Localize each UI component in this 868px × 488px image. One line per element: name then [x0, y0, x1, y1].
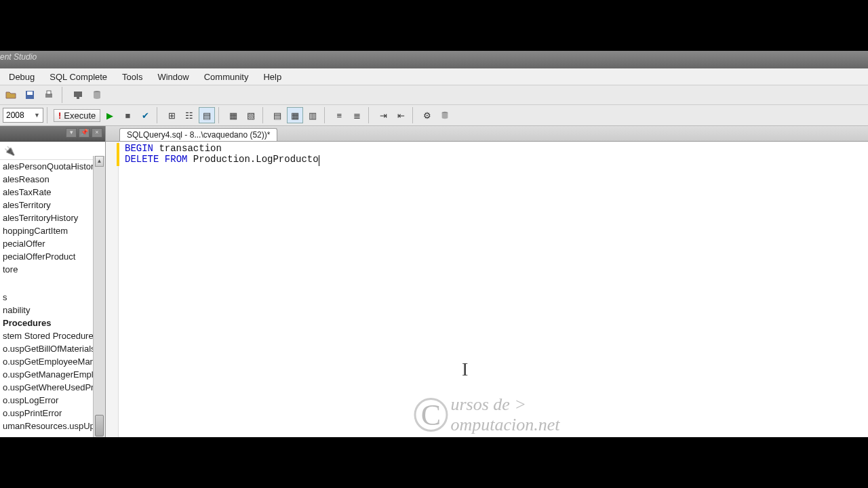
include-plan-icon[interactable]: ▦: [225, 107, 241, 123]
sql-editor-toolbar: 2008 ▼ ! Execute ▶ ■ ✔ ⊞ ☷ ▤ ▦ ▧ ▤ ▦ ▥ ≡…: [0, 105, 868, 126]
print-icon[interactable]: [41, 87, 57, 103]
scroll-up-icon[interactable]: ▲: [95, 156, 104, 167]
watermark-line2: omputacion.net: [450, 415, 559, 434]
dropdown-icon[interactable]: ▾: [66, 128, 77, 138]
pin-icon[interactable]: 📌: [79, 128, 90, 138]
svg-rect-3: [47, 91, 51, 94]
open-icon[interactable]: [3, 87, 19, 103]
separator: [324, 107, 328, 123]
uncomment-icon[interactable]: ≣: [349, 107, 365, 123]
database-selector-value: 2008: [6, 110, 24, 120]
tree-item[interactable]: alesTerritoryHistory: [0, 211, 105, 224]
save-icon[interactable]: [22, 87, 38, 103]
object-explorer: ▾ 📌 × 🔌 alesPersonQuotaHistor alesReason…: [0, 126, 106, 437]
separator: [262, 107, 266, 123]
specify-values-icon[interactable]: ⚙: [419, 107, 435, 123]
tree-item[interactable]: o.uspGetWhereUsedPro: [0, 381, 105, 394]
main-area: ▾ 📌 × 🔌 alesPersonQuotaHistor alesReason…: [0, 126, 868, 437]
object-explorer-header[interactable]: ▾ 📌 ×: [0, 126, 105, 142]
document-tab-bar: SQLQuery4.sql - 8...\cvaquedano (52))*: [106, 126, 868, 142]
scroll-thumb[interactable]: [95, 415, 104, 436]
separator: [47, 107, 50, 123]
tree-item[interactable]: o.uspPrintError: [0, 407, 105, 420]
separator: [62, 87, 65, 103]
title-bar[interactable]: agement Studio: [0, 51, 868, 68]
database-icon[interactable]: [89, 87, 105, 103]
menu-community[interactable]: Community: [198, 70, 255, 84]
svg-rect-4: [74, 92, 82, 97]
object-tree[interactable]: alesPersonQuotaHistor alesReason alesTax…: [0, 160, 105, 432]
menu-bar: Debug SQL Complete Tools Window Communit…: [0, 68, 868, 85]
tree-item[interactable]: tore: [0, 263, 105, 276]
window-title: agement Studio: [0, 52, 37, 62]
indent-icon[interactable]: ⇥: [375, 107, 391, 123]
connect-icon[interactable]: 🔌: [3, 144, 16, 157]
document-tab[interactable]: SQLQuery4.sql - 8...\cvaquedano (52))*: [119, 128, 277, 141]
query-options-icon[interactable]: ☷: [181, 107, 197, 123]
i-beam-cursor-icon: I: [462, 359, 468, 380]
svg-rect-5: [77, 97, 79, 99]
watermark-line1: ursos de >: [450, 394, 526, 414]
text-cursor: [319, 155, 319, 166]
tree-item[interactable]: o.uspGetEmployeeMan: [0, 355, 105, 368]
tree-item[interactable]: alesTerritory: [0, 199, 105, 211]
tree-item[interactable]: alesTaxRate: [0, 186, 105, 199]
execute-label: Execute: [64, 110, 96, 121]
tab-label: SQLQuery4.sql - 8...\cvaquedano (52))*: [127, 130, 270, 140]
stop-icon[interactable]: ■: [119, 107, 136, 123]
database-selector[interactable]: 2008 ▼: [3, 108, 43, 123]
tree-item[interactable]: alesPersonQuotaHistor: [0, 160, 105, 173]
activity-monitor-icon[interactable]: [70, 87, 86, 103]
menu-help[interactable]: Help: [257, 70, 288, 84]
separator: [218, 107, 222, 123]
tree-item[interactable]: o.uspGetManagerEmplo: [0, 368, 105, 381]
close-icon[interactable]: ×: [92, 128, 102, 138]
tree-item[interactable]: o.uspLogError: [0, 394, 105, 407]
comment-icon[interactable]: ≡: [331, 107, 347, 123]
sql-editor[interactable]: BEGIN transaction DELETE FROM Production…: [106, 142, 868, 437]
separator: [368, 107, 372, 123]
tree-item[interactable]: s: [0, 291, 105, 304]
intellisense-icon[interactable]: ▤: [199, 107, 215, 123]
svg-rect-1: [27, 92, 33, 95]
separator: [157, 107, 160, 123]
exclamation-icon: !: [58, 110, 61, 121]
menu-sqlcomplete[interactable]: SQL Complete: [43, 70, 113, 84]
menu-debug[interactable]: Debug: [3, 70, 41, 84]
watermark-logo: C ursos de > omputacion.net: [414, 394, 559, 435]
ssms-window: agement Studio Debug SQL Complete Tools …: [0, 51, 868, 437]
editor-gutter: [106, 142, 119, 437]
standard-toolbar: [0, 85, 868, 105]
object-explorer-toolbar: 🔌: [0, 142, 105, 160]
tree-item[interactable]: nability: [0, 304, 105, 317]
database-small-icon[interactable]: [437, 107, 453, 123]
tree-item[interactable]: o.uspGetBillOfMaterials: [0, 342, 105, 355]
menu-tools[interactable]: Tools: [116, 70, 149, 84]
editor-pane: SQLQuery4.sql - 8...\cvaquedano (52))* B…: [106, 126, 868, 437]
tree-item[interactable]: pecialOffer: [0, 237, 105, 250]
estimated-plan-icon[interactable]: ⊞: [163, 107, 180, 123]
client-stats-icon[interactable]: ▧: [243, 107, 259, 123]
menu-window[interactable]: Window: [151, 70, 195, 84]
tree-item[interactable]: stem Stored Procedures: [0, 329, 105, 342]
tree-item[interactable]: hoppingCartItem: [0, 224, 105, 237]
tree-scrollbar[interactable]: ▲: [93, 156, 105, 437]
tree-item[interactable]: umanResources.uspUpd: [0, 420, 105, 432]
execute-button[interactable]: ! Execute: [54, 109, 100, 122]
separator: [412, 107, 416, 123]
results-grid-icon[interactable]: ▦: [287, 107, 303, 123]
chevron-down-icon: ▼: [34, 112, 40, 119]
results-file-icon[interactable]: ▥: [304, 107, 321, 123]
code-content[interactable]: BEGIN transaction DELETE FROM Production…: [125, 143, 863, 165]
tree-item[interactable]: pecialOfferProduct: [0, 250, 105, 263]
parse-check-icon[interactable]: ✔: [137, 107, 153, 123]
tree-item[interactable]: Procedures: [0, 317, 105, 329]
change-marker: [117, 143, 119, 166]
results-text-icon[interactable]: ▤: [269, 107, 285, 123]
tree-item[interactable]: alesReason: [0, 173, 105, 186]
debug-play-icon[interactable]: ▶: [102, 107, 118, 123]
outdent-icon[interactable]: ⇤: [393, 107, 409, 123]
